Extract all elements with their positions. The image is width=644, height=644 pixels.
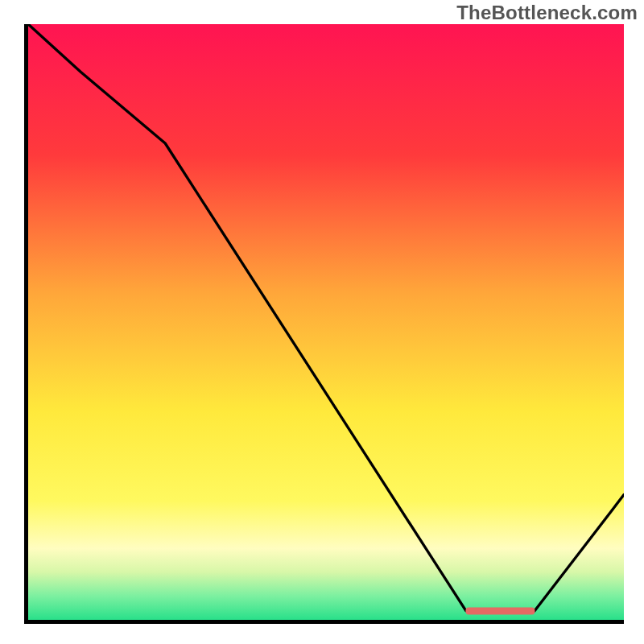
optimal-zone-marker [466, 607, 535, 614]
watermark-text: TheBottleneck.com [456, 2, 638, 24]
gradient-rect [28, 24, 624, 620]
plot-area [28, 24, 624, 620]
plot-frame [24, 24, 624, 624]
heat-gradient-background [28, 24, 624, 620]
chart-stage: TheBottleneck.com [0, 0, 644, 644]
